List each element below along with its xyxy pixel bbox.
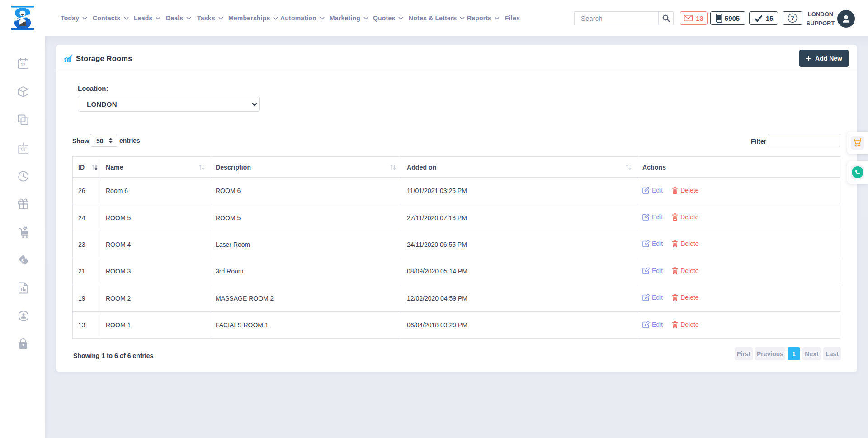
svg-text:12: 12	[20, 62, 26, 67]
svg-text:?: ?	[791, 15, 794, 21]
svg-text:$: $	[21, 259, 24, 263]
